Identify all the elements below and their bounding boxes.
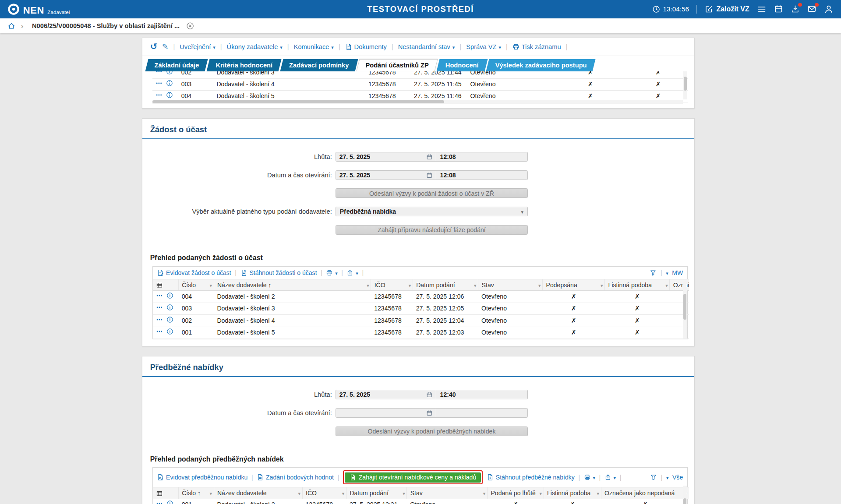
table-row[interactable]: 004 Dodavatel - školení 2 12345678 27. 5… [153,291,689,303]
typ-podani-select[interactable]: Předběžná nabídka [336,207,527,216]
filter-chevron-icon[interactable] [665,282,668,289]
column-header[interactable]: IČO [302,487,346,499]
menu-icon[interactable] [757,4,767,14]
column-header[interactable]: Listinná podoba [544,487,601,499]
filter-chevron-icon[interactable] [209,490,212,497]
column-header[interactable]: Podaná po lhůtě [488,487,544,499]
tab-vysledek-zadavaciho-postupu[interactable]: Výsledek zadávacího postupu [488,59,594,71]
row-menu-icon[interactable] [156,500,163,504]
menu-komunikace[interactable]: Komunikace [294,43,334,50]
column-header[interactable]: Datum podání [346,487,407,499]
lhuta-datetime-field[interactable]: 27. 5. 2025 12:08 [336,152,527,162]
menu-nestandardni-stav[interactable]: Nestandardní stav [398,43,455,50]
calendar-icon[interactable] [426,391,433,398]
history-button[interactable] [150,42,157,52]
start-next-phase-button[interactable]: Zahájit přípravu následující fáze podání [336,225,527,235]
scrollbar-thumb[interactable] [152,100,444,103]
filter-chevron-icon[interactable] [409,282,411,289]
filter-chevron-icon[interactable] [483,490,486,497]
column-header[interactable]: Stav [407,487,488,499]
column-header[interactable]: Název dodavatele [214,487,302,499]
info-icon[interactable] [166,316,173,323]
menu-ukony-zadavatele[interactable]: Úkony zadavatele [227,43,283,50]
column-header[interactable]: Datum podání [413,279,478,291]
print-button[interactable] [584,474,595,481]
filter-chevron-icon[interactable] [597,490,599,497]
evidovat-nabidku-button[interactable]: Evidovat předběžnou nabídku [157,474,247,481]
zadani-bodovych-hodnot-button[interactable]: Zadání bodových hodnot [257,474,334,481]
filter-chevron-icon[interactable] [342,490,345,497]
column-settings-button[interactable] [153,487,179,499]
calendar-icon[interactable] [774,4,783,14]
scrollbar-thumb[interactable] [683,498,686,504]
time-value[interactable]: 12:40 [436,390,527,399]
column-header[interactable]: Číslo [178,279,214,291]
open-bid-price-button[interactable]: Zahájit otevírání nabídkové ceny a nákla… [345,472,481,483]
row-menu-icon[interactable] [155,71,163,74]
user-icon[interactable] [824,4,834,14]
create-vz-button[interactable]: Založit VZ [705,5,749,14]
filter-chevron-icon[interactable] [601,282,603,289]
send-predbezne-call-button[interactable]: Odeslání výzvy k podání předběžných nabí… [336,426,527,436]
table-row[interactable]: 002 Dodavatel - školení 4 12345678 27. 5… [153,315,689,327]
column-header[interactable]: IČO [371,279,413,291]
lhuta-datetime-field[interactable]: 27. 5. 2025 12:40 [336,390,527,399]
filter-chevron-icon[interactable] [538,282,541,289]
menu-sprava-vz[interactable]: Správa VZ [466,43,501,50]
filter-button[interactable] [650,269,657,276]
tab-zakladni-udaje[interactable]: Základní údaje [147,59,206,71]
column-header[interactable]: Číslo↑ [178,487,214,499]
row-menu-icon[interactable] [156,316,163,323]
menu-uverejneni[interactable]: Uveřejnění [180,43,215,50]
info-icon[interactable] [166,304,173,311]
filter-button[interactable] [650,474,657,481]
tab-hodnoceni[interactable]: Hodnocení [438,59,486,71]
column-header[interactable]: Listinná podoba [605,279,670,291]
downloads-button[interactable] [791,4,800,14]
filter-chevron-icon[interactable] [298,490,300,497]
column-header[interactable]: Stav [478,279,543,291]
row-menu-icon[interactable] [156,292,163,299]
row-menu-icon[interactable] [156,304,163,311]
close-record-button[interactable] [186,22,194,30]
send-zadost-call-button[interactable]: Odeslání výzvy k podání žádosti o účast … [336,188,527,198]
table-row[interactable]: 003 Dodavatel - školení 4 12345678 27. 5… [152,78,688,90]
print-button[interactable] [326,269,337,276]
edit-record-button[interactable] [162,42,168,51]
info-icon[interactable] [166,71,173,74]
calendar-icon[interactable] [426,154,433,160]
scrollbar-thumb[interactable] [684,77,686,91]
column-header[interactable]: Podepsána [543,279,605,291]
stahnout-nabidky-button[interactable]: Stáhnout předběžné nabídky [487,474,575,481]
row-menu-icon[interactable] [155,92,163,99]
calendar-icon[interactable] [426,410,433,416]
evidovat-zadost-button[interactable]: Evidovat žádost o účast [157,269,231,276]
column-header[interactable]: Název dodavatele↑ [214,279,371,291]
table-row[interactable]: 001 Dodavatel - školení 5 12345678 27. 5… [153,327,689,338]
otevirani-datetime-field[interactable] [336,408,527,418]
info-icon[interactable] [166,292,173,299]
view-selector[interactable]: MW [672,269,683,276]
view-selector[interactable]: Vše [672,474,683,481]
breadcrumb-record-link[interactable]: N006/25/V00005048 - Služby v oblasti zaj… [32,22,180,29]
time-value[interactable]: 12:08 [436,171,527,180]
tab-zadavaci-podminky[interactable]: Zadávací podmínky [282,59,357,71]
table-row[interactable]: 001 Dodavatel - školení 2 12345678 27. 5… [153,499,689,504]
stahnout-zadosti-button[interactable]: Stáhnout žádosti o účast [240,269,317,276]
scrollbar-thumb[interactable] [683,294,686,320]
time-value[interactable] [436,409,527,417]
calendar-icon[interactable] [426,172,433,179]
filter-chevron-icon[interactable] [367,282,369,289]
info-icon[interactable] [166,328,173,335]
info-icon[interactable] [166,500,173,504]
table-row[interactable]: 003 Dodavatel - školení 3 12345678 27. 5… [153,303,689,314]
filter-chevron-icon[interactable] [403,490,405,497]
chevron-down-icon[interactable] [666,269,668,276]
export-button[interactable] [604,474,616,481]
menu-dokumenty[interactable]: Dokumenty [345,43,387,50]
home-button[interactable] [7,22,15,30]
messages-button[interactable] [807,4,816,14]
column-settings-button[interactable] [153,279,179,291]
column-header[interactable]: Označena jako nepodaná [601,487,689,499]
info-icon[interactable] [166,92,173,99]
